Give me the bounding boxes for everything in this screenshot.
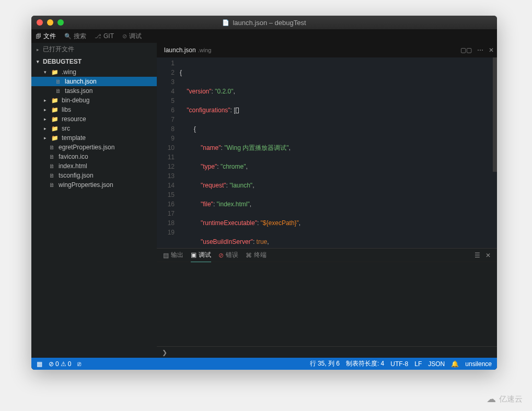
json-icon: 🗎	[54, 88, 62, 94]
status-errors[interactable]: ⊘0 ⚠0	[49, 360, 71, 368]
status-user[interactable]: unsilence	[465, 360, 492, 368]
git-icon: ⎇	[95, 33, 101, 40]
status-encoding[interactable]: UTF-8	[390, 360, 408, 368]
main-area: ▸已打开文件 ▾DEBUGTEST ▾📁.wing 🗎launch.json 🗎…	[31, 43, 497, 358]
titlebar: 📄 launch.json – debugTest	[31, 16, 497, 29]
folder-src[interactable]: ▸📁src	[31, 124, 157, 133]
chevron-right-icon: ▸	[44, 107, 48, 112]
status-feedback-icon[interactable]: ⎚	[77, 360, 81, 368]
line-gutter: 12345678910111213141516171819	[157, 57, 180, 248]
watermark: ☁ 亿速云	[487, 393, 523, 405]
json-icon: 🗎	[48, 172, 55, 179]
panel-close-icon[interactable]: ✕	[485, 252, 491, 259]
file-tab-icon: 🗐	[36, 33, 41, 39]
file-icon: 📄	[222, 19, 229, 26]
app-window: 📄 launch.json – debugTest 🗐文件 🔍搜索 ⎇GIT ⊘…	[31, 16, 497, 370]
folder-icon: 📁	[51, 107, 59, 113]
panel-tab-output[interactable]: ▤输出	[163, 249, 183, 262]
chevron-down-icon: ▾	[37, 59, 41, 64]
chevron-right-icon: ▸	[37, 47, 41, 52]
more-icon[interactable]: ⋯	[477, 46, 483, 54]
window-title: 📄 launch.json – debugTest	[31, 19, 497, 27]
folder-bin-debug[interactable]: ▸📁bin-debug	[31, 96, 157, 105]
file-launch-json[interactable]: 🗎launch.json	[31, 77, 157, 86]
tab-git[interactable]: ⎇GIT	[95, 32, 114, 40]
editor-tab-bar: launch.json .wing ▢▢ ⋯ ✕	[157, 43, 497, 57]
warning-icon: ⚠	[61, 360, 66, 368]
editor-tab-launch-json[interactable]: launch.json .wing	[160, 43, 215, 57]
status-tab-size[interactable]: 制表符长度: 4	[346, 359, 384, 368]
chevron-down-icon: ▾	[44, 69, 48, 75]
file-wing-properties[interactable]: 🗎wingProperties.json	[31, 180, 157, 190]
editor-area: launch.json .wing ▢▢ ⋯ ✕ 123456789101112…	[157, 43, 497, 358]
code-content[interactable]: { "version": "0.2.0", "configurations": …	[180, 57, 497, 248]
file-favicon[interactable]: 🗎favicon.ico	[31, 152, 157, 161]
tab-search[interactable]: 🔍搜索	[64, 32, 86, 41]
status-activity-icon[interactable]: ▦	[37, 360, 42, 368]
panel-settings-icon[interactable]: ☰	[475, 252, 480, 259]
prompt-icon: ❯	[162, 349, 167, 356]
file-tasks-json[interactable]: 🗎tasks.json	[31, 86, 157, 96]
folder-icon: 📁	[51, 135, 59, 142]
chevron-right-icon: ▸	[44, 116, 48, 122]
html-icon: 🗎	[48, 163, 55, 169]
terminal-icon: ⌘	[246, 252, 252, 259]
bottom-panel: ▤输出 ▣调试 ⊘错误 ⌘终端 ☰ ✕ ❯	[157, 248, 497, 358]
file-egret-properties[interactable]: 🗎egretProperties.json	[31, 143, 157, 152]
cloud-icon: ☁	[487, 393, 496, 405]
panel-tab-debug[interactable]: ▣调试	[191, 249, 211, 262]
chevron-right-icon: ▸	[44, 98, 48, 103]
file-index-html[interactable]: 🗎index.html	[31, 161, 157, 171]
watermark-text: 亿速云	[499, 394, 523, 404]
error-icon: ⊘	[218, 252, 224, 259]
file-tsconfig[interactable]: 🗎tsconfig.json	[31, 171, 157, 180]
folder-resource[interactable]: ▸📁resource	[31, 114, 157, 124]
folder-libs[interactable]: ▸📁libs	[31, 105, 157, 114]
split-editor-icon[interactable]: ▢▢	[460, 46, 472, 54]
opened-files-section[interactable]: ▸已打开文件	[31, 43, 157, 56]
editor-tab-path: .wing	[198, 47, 212, 53]
folder-template[interactable]: ▸📁template	[31, 133, 157, 143]
debug-console-input[interactable]: ❯	[157, 346, 497, 358]
status-bar: ▦ ⊘0 ⚠0 ⎚ 行 35, 列 6 制表符长度: 4 UTF-8 LF JS…	[31, 358, 497, 370]
image-icon: 🗎	[48, 154, 55, 160]
chevron-right-icon: ▸	[44, 135, 48, 140]
window-title-text: launch.json – debugTest	[233, 19, 306, 27]
editor-tab-label: launch.json	[164, 46, 196, 54]
sidebar: ▸已打开文件 ▾DEBUGTEST ▾📁.wing 🗎launch.json 🗎…	[31, 43, 157, 358]
json-icon: 🗎	[54, 78, 62, 85]
tab-debug[interactable]: ⊘调试	[122, 32, 142, 41]
chevron-right-icon: ▸	[44, 126, 48, 131]
primary-view-switcher: 🗐文件 🔍搜索 ⎇GIT ⊘调试	[31, 29, 497, 43]
json-icon: 🗎	[48, 144, 55, 150]
tab-file[interactable]: 🗐文件	[36, 32, 56, 41]
status-cursor-position[interactable]: 行 35, 列 6	[310, 359, 340, 368]
folder-icon: 📁	[51, 97, 59, 104]
file-tree: ▾📁.wing 🗎launch.json 🗎tasks.json ▸📁bin-d…	[31, 67, 157, 358]
folder-icon: 📁	[51, 69, 59, 76]
minimap[interactable]	[493, 57, 497, 172]
status-eol[interactable]: LF	[414, 360, 422, 368]
panel-tab-errors[interactable]: ⊘错误	[218, 249, 238, 262]
editor-actions: ▢▢ ⋯ ✕	[460, 46, 494, 54]
panel-tab-terminal[interactable]: ⌘终端	[246, 249, 267, 262]
debug-console-icon: ▣	[191, 251, 196, 259]
bell-icon[interactable]: 🔔	[451, 360, 459, 368]
status-language[interactable]: JSON	[428, 360, 445, 368]
folder-icon: 📁	[51, 116, 59, 123]
error-icon: ⊘	[49, 360, 54, 368]
json-icon: 🗎	[48, 182, 55, 188]
bug-icon: ⊘	[122, 33, 127, 40]
folder-icon: 📁	[51, 125, 59, 132]
panel-tab-bar: ▤输出 ▣调试 ⊘错误 ⌘终端 ☰ ✕	[157, 249, 497, 262]
editor-body[interactable]: 12345678910111213141516171819 { "version…	[157, 57, 497, 248]
output-icon: ▤	[163, 252, 169, 259]
project-section[interactable]: ▾DEBUGTEST	[31, 56, 157, 67]
close-icon[interactable]: ✕	[489, 46, 494, 54]
search-icon: 🔍	[64, 33, 72, 40]
panel-body[interactable]	[157, 262, 497, 346]
folder-wing[interactable]: ▾📁.wing	[31, 67, 157, 77]
